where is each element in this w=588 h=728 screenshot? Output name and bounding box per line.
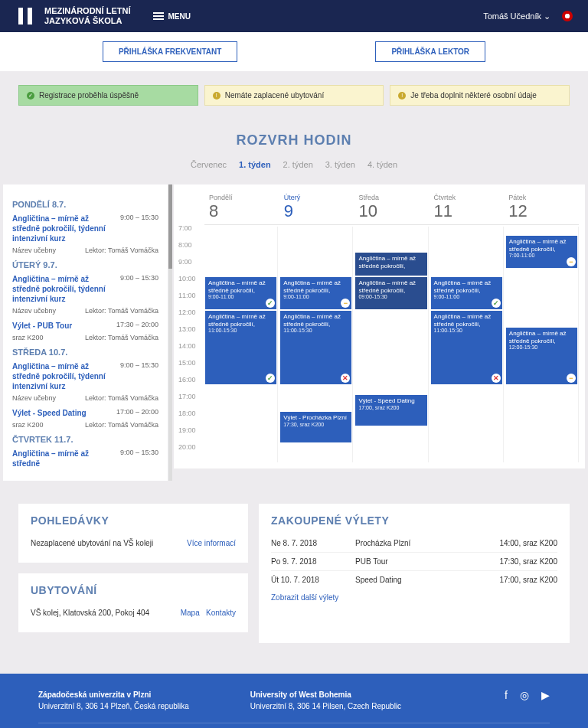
status-badge-icon: − xyxy=(567,257,576,266)
event-time: 12:00-15:30 xyxy=(509,344,574,351)
footer-addr-en: Univerzitní 8, 306 14 Pilsen, Czech Repu… xyxy=(250,702,401,710)
card-text: Nezaplacené ubytování na VŠ koleji xyxy=(31,539,153,547)
instagram-icon[interactable]: ◎ xyxy=(520,689,529,712)
logo-area[interactable]: MEZINÁRODNÍ LETNÍJAZYKOVÁ ŠKOLA xyxy=(15,6,130,26)
hour-label: 11:00 xyxy=(178,292,196,309)
calendar-event[interactable]: Angličtina – mírně až středně pokročilí,… xyxy=(205,277,276,309)
status-badge-icon: ✕ xyxy=(341,374,350,383)
facebook-icon[interactable]: f xyxy=(505,689,508,712)
calendar-event[interactable]: Angličtina – mírně až středně pokročilí,… xyxy=(280,277,351,309)
tab-1[interactable]: 1. týden xyxy=(239,160,271,169)
cal-day-head[interactable]: Středa10 xyxy=(354,191,430,224)
trip-row: Ne 8. 7. 2018Procházka Plzní14:00, sraz … xyxy=(271,534,557,553)
contacts-link[interactable]: Kontakty xyxy=(206,609,236,617)
card-title: POHLEDÁVKY xyxy=(31,514,236,527)
event-lecturer: Lektor: Tomáš Vomáčka xyxy=(85,394,158,402)
youtube-icon[interactable]: ▶ xyxy=(541,689,550,712)
sidebar-event[interactable]: Výlet - Speed Dating17:00 – 20:00 xyxy=(12,408,158,418)
day-number: 12 xyxy=(508,201,574,221)
trip-time: 17:30, sraz K200 xyxy=(499,557,557,566)
calendar-event[interactable]: Angličtina – mírně až středně pokročilí,… xyxy=(431,277,502,309)
hour-label: 17:00 xyxy=(178,393,196,410)
time-column: 7:008:009:0010:0011:0012:0013:0014:0015:… xyxy=(178,224,196,460)
show-more-trips-link[interactable]: Zobrazit další výlety xyxy=(271,593,338,602)
hour-label: 14:00 xyxy=(178,342,196,359)
event-lecturer: Lektor: Tomáš Vomáčka xyxy=(85,307,158,315)
event-title: Angličtina – mírně až středně pokročilí, xyxy=(358,279,423,294)
event-title: Výlet - PUB Tour xyxy=(12,321,72,331)
cal-column: Angličtina – mírně až středně pokročilí,… xyxy=(505,227,579,462)
sidebar-day-head: ÚTERÝ 9.7. xyxy=(12,260,158,269)
sidebar-event[interactable]: Angličtina – mírně až středně9:00 – 15:3… xyxy=(12,449,158,468)
calendar-header: Pondělí8Úterý9Středa10Čtvrtek11Pátek12 xyxy=(204,191,579,225)
event-title: Angličtina – mírně až středně pokročilí, xyxy=(283,279,348,294)
event-title: Angličtina – mírně až středně pokročilí, xyxy=(434,279,499,294)
tab-4[interactable]: 4. týden xyxy=(368,160,397,169)
calendar-event[interactable]: Angličtina – mírně až středně pokročilí, xyxy=(355,253,426,276)
status-badge-icon: ✓ xyxy=(266,374,275,383)
more-info-link[interactable]: Více informací xyxy=(187,539,236,547)
tab-3[interactable]: 3. týden xyxy=(325,160,355,169)
footer-uni-en: University of West Bohemia xyxy=(250,690,351,699)
cal-day-head[interactable]: Pondělí8 xyxy=(204,191,279,224)
sidebar-day-head: ČTVRTEK 11.7. xyxy=(12,435,158,444)
hour-label: 12:00 xyxy=(178,309,196,325)
event-lecturer: Lektor: Tomáš Vomáčka xyxy=(85,334,158,341)
trip-sub: 17:00, sraz K200 xyxy=(358,405,423,411)
lecturer-button[interactable]: PŘIHLÁŠKA LEKTOR xyxy=(375,41,485,62)
day-number: 10 xyxy=(359,201,425,221)
event-title: Angličtina – mírně až středně xyxy=(12,449,108,468)
calendar-event[interactable]: Angličtina – mírně až středně pokročilí,… xyxy=(355,277,426,309)
calendar-event[interactable]: Angličtina – mírně až středně pokročilí,… xyxy=(280,311,351,384)
calendar-trip[interactable]: Výlet - Speed Dating17:00, sraz K200 xyxy=(355,395,426,426)
map-link[interactable]: Mapa xyxy=(181,609,200,617)
hour-label: 13:00 xyxy=(178,325,196,342)
event-room: sraz K200 xyxy=(12,334,44,341)
hour-label: 9:00 xyxy=(178,258,196,275)
calendar-grid: Angličtina – mírně až středně pokročilí,… xyxy=(204,227,579,462)
sidebar-event[interactable]: Angličtina – mírně až středně pokročilí,… xyxy=(12,214,158,243)
tab-0[interactable]: Červenec xyxy=(191,160,227,169)
event-title: Angličtina – mírně až středně pokročilí,… xyxy=(12,274,108,304)
alert-text: Je třeba doplnit některé osobní údaje xyxy=(410,91,537,100)
user-dropdown[interactable]: Tomáš Učedník ⌄ xyxy=(483,11,550,21)
day-number: 11 xyxy=(433,201,499,221)
applicant-button[interactable]: PŘIHLÁŠKA FREKVENTANT xyxy=(103,41,237,62)
calendar-event[interactable]: Angličtina – mírně až středně pokročilí,… xyxy=(506,328,577,384)
calendar-event[interactable]: Angličtina – mírně až středně pokročilí,… xyxy=(431,311,502,384)
sidebar-event[interactable]: Angličtina – mírně až středně pokročilí,… xyxy=(12,361,158,391)
event-lecturer: Lektor: Tomáš Vomáčka xyxy=(85,246,158,254)
trip-sub: 17:30, sraz K200 xyxy=(283,422,348,428)
event-title: Angličtina – mírně až středně pokročilí, xyxy=(509,238,574,253)
sidebar-event[interactable]: Výlet - PUB Tour17:30 – 20:00 xyxy=(12,321,158,331)
cal-day-head[interactable]: Pátek12 xyxy=(504,191,579,224)
sidebar-schedule: PONDĚLÍ 8.7.Angličtina – mírně až středn… xyxy=(3,184,168,481)
scrollbar[interactable] xyxy=(168,184,172,481)
calendar-event[interactable]: Angličtina – mírně až středně pokročilí,… xyxy=(506,236,577,268)
calendar-trip[interactable]: Výlet - Procházka Plzní17:30, sraz K200 xyxy=(280,412,351,442)
language-flag-icon[interactable] xyxy=(562,11,573,21)
trip-title: Výlet - Procházka Plzní xyxy=(283,414,348,422)
hamburger-icon xyxy=(153,12,164,20)
day-number: 9 xyxy=(284,201,350,221)
alert-warning-2: !Je třeba doplnit některé osobní údaje xyxy=(390,85,570,106)
event-room: Název učebny xyxy=(12,307,56,315)
cal-column: Angličtina – mírně až středně pokročilí,… xyxy=(430,227,504,462)
footer-uni-cz: Západočeská univerzita v Plzni xyxy=(38,690,151,699)
event-time: 9:00 – 15:30 xyxy=(120,274,158,282)
event-time: 9:00 – 15:30 xyxy=(120,361,158,369)
calendar-event[interactable]: Angličtina – mírně až středně pokročilí,… xyxy=(205,311,276,384)
sidebar-event[interactable]: Angličtina – mírně až středně pokročilí,… xyxy=(12,274,158,304)
hour-label: 18:00 xyxy=(178,410,196,426)
cal-day-head[interactable]: Čtvrtek11 xyxy=(429,191,504,224)
event-title: Angličtina – mírně až středně pokročilí, xyxy=(358,255,423,269)
tab-2[interactable]: 2. týden xyxy=(283,160,313,169)
trip-name: Procházka Plzní xyxy=(340,539,499,547)
event-title: Angličtina – mírně až středně pokročilí, xyxy=(434,313,499,328)
day-name: Čtvrtek xyxy=(433,194,499,201)
cal-day-head[interactable]: Úterý9 xyxy=(279,191,354,224)
menu-button[interactable]: MENU xyxy=(153,12,190,21)
day-name: Pondělí xyxy=(209,194,275,201)
application-buttons: PŘIHLÁŠKA FREKVENTANT PŘIHLÁŠKA LEKTOR xyxy=(0,32,588,71)
accommodation-card: UBYTOVÁNÍ VŠ kolej, Klatovská 200, Pokoj… xyxy=(18,573,248,632)
